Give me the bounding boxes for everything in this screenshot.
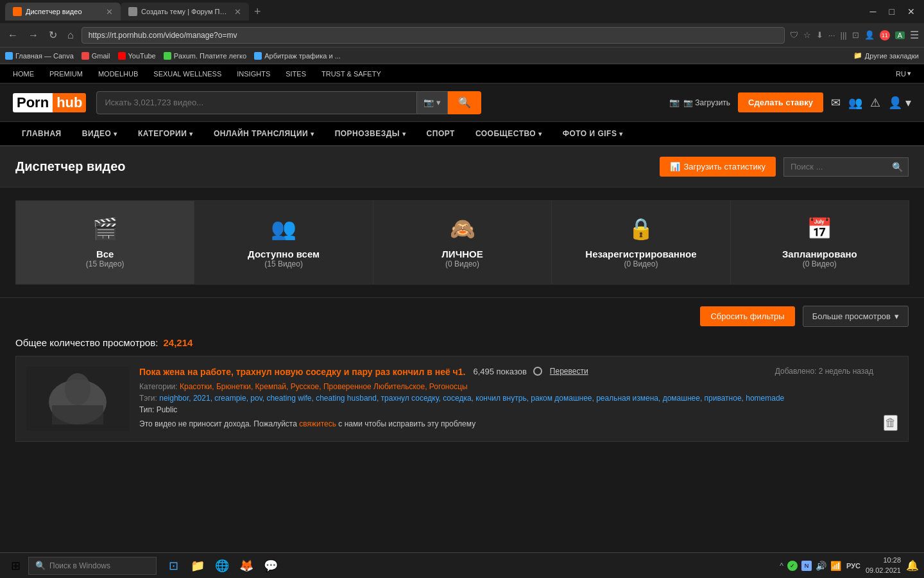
menu-button[interactable]: ☰ bbox=[910, 29, 919, 41]
sync-icon[interactable]: ⊡ bbox=[852, 30, 859, 40]
ext-icon[interactable]: A bbox=[895, 31, 905, 39]
tab-favicon bbox=[13, 7, 22, 16]
close-button[interactable]: ✕ bbox=[903, 6, 919, 17]
taskbar-app-telegram[interactable]: 💬 bbox=[259, 554, 282, 577]
bid-button[interactable]: Сделать ставку bbox=[738, 92, 823, 112]
maximize-button[interactable]: □ bbox=[886, 6, 898, 17]
library-icon[interactable]: ||| bbox=[841, 30, 847, 40]
taskbar-search-box[interactable]: 🔍 Поиск в Windows bbox=[28, 557, 157, 575]
site-header: Pornhub 📷 ▾ 🔍 📷 📷 Загрузить Сделать став… bbox=[0, 83, 924, 122]
cat-card-unregistered[interactable]: 🔒 Незарегистрированное (0 Видео) bbox=[551, 200, 730, 285]
nav-home[interactable]: HOME bbox=[13, 70, 34, 78]
video-title-link[interactable]: Пока жена на работе, трахнул новую сосед… bbox=[139, 367, 465, 377]
friends-icon[interactable]: 👥 bbox=[848, 96, 862, 110]
language-selector[interactable]: RU ▾ bbox=[896, 69, 911, 78]
camera-search-button[interactable]: 📷 ▾ bbox=[417, 91, 448, 114]
cat-public-count: (15 Видео) bbox=[264, 259, 303, 268]
nav-premium[interactable]: PREMIUM bbox=[49, 70, 83, 78]
bookmark-youtube[interactable]: YouTube bbox=[118, 52, 156, 60]
video-manager-header: Диспетчер видео 📊 Загрузить статистику 🔍 bbox=[0, 146, 924, 188]
taskbar-app-firefox[interactable]: 🦊 bbox=[235, 554, 258, 577]
tab-close-2[interactable]: ✕ bbox=[234, 7, 241, 17]
main-nav-community[interactable]: СООБЩЕСТВО ▾ bbox=[466, 121, 551, 146]
bookmark-arbitrage-label: Арбитраж трафика и ... bbox=[264, 52, 341, 60]
search-button[interactable]: 🔍 bbox=[448, 91, 481, 114]
account-icon[interactable]: 👤 bbox=[864, 30, 875, 40]
bookmark-gmail[interactable]: Gmail bbox=[81, 52, 110, 60]
nav-modelhub[interactable]: MODELHUB bbox=[98, 70, 138, 78]
cat-card-scheduled[interactable]: 📅 Запланировано (0 Видео) bbox=[730, 200, 909, 285]
video-tags-line: Тэги: neighbor, 2021, creampie, pov, che… bbox=[139, 394, 873, 403]
nav-trust-safety[interactable]: TRUST & SAFETY bbox=[321, 70, 381, 78]
taskbar-app-chrome[interactable]: 🌐 bbox=[210, 554, 234, 577]
home-button[interactable]: ⌂ bbox=[65, 30, 76, 41]
cat-card-private[interactable]: 🙈 ЛИЧНОЕ (0 Видео) bbox=[373, 200, 552, 285]
new-tab-button[interactable]: + bbox=[254, 5, 261, 19]
address-input[interactable] bbox=[81, 27, 785, 44]
upload-button[interactable]: 📷 📷 Загрузить bbox=[669, 98, 730, 107]
taskbar-app-store[interactable]: ⊡ bbox=[162, 554, 185, 577]
other-bookmarks[interactable]: 📁 Другие закладки bbox=[853, 51, 919, 60]
private-videos-icon: 🙈 bbox=[450, 216, 475, 241]
categories-link[interactable]: Красотки, Брюнетки, Кремпай, Русское, Пр… bbox=[180, 382, 468, 391]
main-nav-categories[interactable]: КАТЕГОРИИ ▾ bbox=[129, 121, 202, 146]
cat-all-label: Все bbox=[96, 249, 114, 259]
taskbar-app-explorer[interactable]: 📁 bbox=[186, 554, 209, 577]
video-search-button[interactable]: 🔍 bbox=[887, 158, 908, 176]
tags-link[interactable]: neighbor, 2021, creampie, pov, cheating … bbox=[159, 394, 784, 403]
search-input[interactable] bbox=[96, 91, 417, 114]
messages-icon[interactable]: ✉ bbox=[831, 96, 841, 110]
bookmark-arbitrage[interactable]: Арбитраж трафика и ... bbox=[254, 52, 341, 60]
taskbar-apps: ⊡ 📁 🌐 🦊 💬 bbox=[162, 554, 282, 577]
windows-logo-icon: ⊞ bbox=[11, 559, 21, 573]
delete-video-button[interactable]: 🗑 bbox=[884, 415, 898, 431]
star-icon[interactable]: ☆ bbox=[803, 30, 811, 40]
tray-arrow[interactable]: ^ bbox=[780, 561, 783, 570]
main-nav-home[interactable]: ГЛАВНАЯ bbox=[13, 121, 71, 146]
tab-active[interactable]: Диспетчер видео ✕ bbox=[5, 3, 121, 21]
video-type-line: Тип: Public bbox=[139, 405, 873, 414]
more-views-button[interactable]: Больше просмотров ▾ bbox=[803, 306, 909, 327]
bookmark-canva[interactable]: Главная — Canva bbox=[5, 52, 74, 60]
video-search-input[interactable] bbox=[784, 158, 887, 175]
start-button[interactable]: ⊞ bbox=[5, 557, 26, 575]
tab-bar: Диспетчер видео ✕ Создать тему | Форум П… bbox=[0, 0, 924, 23]
all-videos-icon: 🎬 bbox=[92, 216, 118, 241]
minimize-button[interactable]: ─ bbox=[866, 6, 880, 17]
cat-card-all[interactable]: 🎬 Все (15 Видео) bbox=[15, 200, 194, 285]
globe-icon bbox=[533, 367, 542, 376]
address-bar: ← → ↻ ⌂ 🛡 ☆ ⬇ ··· ||| ⊡ 👤 11 A ☰ bbox=[0, 23, 924, 48]
main-nav-pornstars[interactable]: ПОРНОЗВЕЗДЫ ▾ bbox=[326, 121, 415, 146]
back-button[interactable]: ← bbox=[5, 30, 21, 41]
scheduled-videos-icon: 📅 bbox=[807, 216, 832, 241]
network-icon[interactable]: 📶 bbox=[830, 561, 841, 571]
alerts-icon[interactable]: ⚠ bbox=[870, 96, 880, 110]
video-action-buttons: 🗑 bbox=[884, 367, 898, 431]
upload-stats-button[interactable]: 📊 Загрузить статистику bbox=[660, 157, 776, 177]
more-icon[interactable]: ··· bbox=[828, 30, 835, 40]
tab-close-1[interactable]: ✕ bbox=[106, 7, 113, 17]
nav-insights[interactable]: INSIGHTS bbox=[237, 70, 270, 78]
site-logo[interactable]: Pornhub bbox=[13, 93, 86, 112]
video-thumbnail[interactable] bbox=[26, 367, 129, 431]
cat-card-public[interactable]: 👥 Доступно всем (15 Видео) bbox=[194, 200, 373, 285]
nav-sexual-wellness[interactable]: SEXUAL WELLNESS bbox=[153, 70, 221, 78]
contact-link[interactable]: свяжитесь bbox=[299, 419, 336, 428]
nav-sites[interactable]: SITES bbox=[286, 70, 306, 78]
bookmark-paxum[interactable]: Рaxum. Платите легко bbox=[164, 52, 246, 60]
main-nav-live[interactable]: ОНЛАЙН ТРАНСЛЯЦИИ ▾ bbox=[205, 121, 323, 146]
profile-icon[interactable]: 👤 ▾ bbox=[888, 96, 911, 110]
main-nav-sport[interactable]: СПОРТ bbox=[418, 121, 464, 146]
translate-link[interactable]: Перевести bbox=[550, 367, 588, 376]
main-nav-photos[interactable]: ФОТО И GIFS ▾ bbox=[554, 121, 632, 146]
refresh-button[interactable]: ↻ bbox=[46, 29, 60, 41]
reset-filters-button[interactable]: Сбросить фильтры bbox=[700, 306, 794, 326]
tab-inactive[interactable]: Создать тему | Форум Пирато... ✕ bbox=[121, 3, 249, 21]
main-nav-video[interactable]: ВИДЕО ▾ bbox=[73, 121, 126, 146]
notifications-button[interactable]: 🔔 bbox=[906, 559, 919, 572]
firefox-icon: 🦊 bbox=[239, 559, 253, 573]
forward-button[interactable]: → bbox=[26, 30, 41, 41]
pocket-icon[interactable]: ⬇ bbox=[816, 30, 823, 40]
video-details: Пока жена на работе, трахнул новую сосед… bbox=[139, 367, 873, 431]
volume-icon[interactable]: 🔊 bbox=[816, 561, 826, 571]
